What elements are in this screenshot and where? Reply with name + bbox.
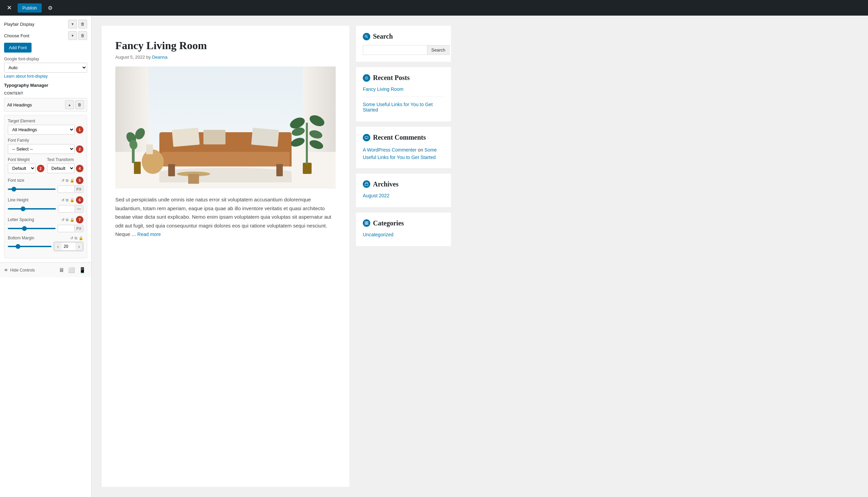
search-widget-icon — [363, 33, 370, 40]
archives-title: Archives — [363, 180, 444, 188]
playfair-display-row: Playfair Display ▾ 🗑 — [4, 20, 87, 28]
font-size-slider-row: PX — [8, 185, 83, 193]
font-weight-dropdown[interactable]: Default400700 — [8, 164, 35, 173]
all-headings-controls: ▴ 🗑 — [65, 100, 84, 109]
font-family-field: Font Family -- Select -- 2 — [8, 138, 83, 154]
hide-controls-button[interactable]: 👁 Hide Controls — [4, 268, 35, 273]
svg-rect-5 — [365, 136, 368, 138]
target-element-dropdown[interactable]: All HeadingsH1H2H3 — [8, 125, 75, 134]
post-author-link[interactable]: Deanna — [152, 55, 168, 60]
search-widget: Search Search — [356, 26, 451, 62]
all-headings-chevron-btn[interactable]: ▴ — [65, 100, 74, 109]
font-family-dropdown[interactable]: -- Select -- — [8, 144, 75, 154]
font-weight-select-row: Default400700 2 — [8, 164, 44, 173]
bottom-margin-input[interactable]: 20 — [62, 243, 75, 250]
letter-spacing-slider[interactable] — [8, 228, 56, 229]
comment-author-link[interactable]: A WordPress Commenter — [363, 147, 416, 153]
desktop-device-button[interactable]: 🖥 — [57, 266, 66, 274]
category-link-1[interactable]: Uncategorized — [363, 232, 444, 237]
svg-point-4 — [366, 78, 367, 79]
line-height-unit: — — [75, 205, 83, 212]
search-button[interactable]: Search — [427, 45, 450, 55]
tablet-device-button[interactable]: ⬜ — [67, 266, 76, 274]
text-transform-field: Text Transform DefaultNoneUppercaseLower… — [47, 157, 84, 173]
text-transform-label: Text Transform — [47, 157, 84, 162]
eye-icon: 👁 — [4, 268, 8, 273]
post-date: August 5, 2022 — [115, 55, 145, 60]
line-height-label: Line Height — [8, 198, 28, 202]
comment-on-text: on — [418, 147, 424, 153]
line-height-copy-icon[interactable]: ⧉ — [66, 198, 69, 202]
content-section-label: CONTENT — [4, 91, 87, 95]
badge-5: 5 — [76, 176, 83, 184]
font-size-reset-icon[interactable]: ↺ — [61, 178, 65, 183]
font-size-slider[interactable] — [8, 188, 56, 190]
svg-rect-9 — [365, 224, 367, 225]
playfair-controls: ▾ 🗑 — [68, 20, 87, 28]
line-height-input[interactable] — [58, 205, 75, 212]
bottom-margin-field: Bottom Margin ↺ ⧉ 🔒 ‹ 20 › — [8, 236, 83, 251]
left-sidebar: Playfair Display ▾ 🗑 Choose Font ▾ 🗑 Add… — [0, 16, 91, 497]
choose-font-chevron-btn[interactable]: ▾ — [68, 31, 77, 40]
text-transform-dropdown[interactable]: DefaultNoneUppercaseLowercase — [47, 164, 75, 173]
letter-spacing-input-wrap: PX — [58, 225, 83, 232]
mobile-device-button[interactable]: 📱 — [77, 266, 87, 274]
bottom-margin-reset-icon[interactable]: ↺ — [70, 236, 73, 240]
svg-rect-10 — [367, 224, 368, 225]
post-by: by — [146, 55, 151, 60]
svg-rect-6 — [365, 183, 368, 186]
badge-7: 7 — [76, 216, 83, 224]
post-featured-image — [115, 67, 336, 188]
bottom-margin-copy-icon[interactable]: ⧉ — [75, 236, 77, 240]
recent-comments-title: Recent Comments — [363, 133, 444, 141]
post-meta: August 5, 2022 by Deanna — [115, 55, 336, 60]
learn-font-link[interactable]: Learn about font-display — [4, 74, 87, 79]
playfair-label: Playfair Display — [4, 22, 34, 27]
bottom-margin-slider-row: ‹ 20 › PX — [8, 242, 83, 251]
badge-1: 1 — [76, 126, 83, 133]
recent-post-1-link[interactable]: Fancy Living Room — [363, 86, 444, 92]
choose-font-delete-btn[interactable]: 🗑 — [78, 31, 87, 40]
letter-spacing-lock-icon[interactable]: 🔒 — [70, 218, 75, 222]
line-height-reset-icon[interactable]: ↺ — [61, 198, 65, 202]
search-input[interactable] — [363, 45, 427, 55]
bottom-margin-slider[interactable] — [8, 246, 52, 247]
letter-spacing-input[interactable] — [58, 225, 74, 232]
bottom-margin-lock-icon[interactable]: 🔒 — [79, 236, 83, 240]
sidebar-bottom-bar: 👁 Hide Controls 🖥 ⬜ 📱 — [0, 262, 91, 277]
playfair-chevron-btn[interactable]: ▾ — [68, 20, 77, 28]
svg-rect-7 — [365, 222, 367, 223]
font-weight-label: Font Weight — [8, 157, 44, 162]
bottom-margin-decrement[interactable]: ‹ — [54, 242, 62, 251]
search-widget-title: Search — [363, 32, 444, 40]
font-size-label: Font size — [8, 178, 25, 183]
add-font-button[interactable]: Add Font — [4, 43, 31, 53]
top-bar: ✕ Publish ⚙ — [0, 0, 868, 16]
archive-link-1[interactable]: August 2022 — [363, 193, 444, 198]
all-headings-delete-btn[interactable]: 🗑 — [75, 100, 84, 109]
read-more-link[interactable]: Read more — [137, 231, 161, 237]
font-size-input[interactable] — [58, 186, 74, 193]
target-element-label: Target Element — [8, 119, 83, 124]
playfair-delete-btn[interactable]: 🗑 — [78, 20, 87, 28]
font-size-lock-icon[interactable]: 🔒 — [70, 178, 75, 183]
settings-button[interactable]: ⚙ — [45, 3, 55, 13]
line-height-input-wrap: — — [58, 205, 83, 213]
close-button[interactable]: ✕ — [4, 3, 14, 13]
right-sidebar: Search Search Recent Posts Fancy Living … — [356, 26, 451, 487]
font-weight-field: Font Weight Default400700 2 — [8, 157, 44, 173]
publish-button[interactable]: Publish — [18, 3, 42, 13]
bottom-margin-increment[interactable]: › — [75, 242, 83, 251]
recent-posts-widget: Recent Posts Fancy Living Room Some Usef… — [356, 67, 451, 122]
letter-spacing-reset-icon[interactable]: ↺ — [61, 218, 65, 222]
letter-spacing-copy-icon[interactable]: ⧉ — [66, 218, 69, 222]
recent-post-2-link[interactable]: Some Useful Links for You to Get Started — [363, 102, 444, 113]
device-buttons: 🖥 ⬜ 📱 — [57, 266, 87, 274]
bottom-margin-label: Bottom Margin — [8, 236, 34, 240]
line-height-lock-icon[interactable]: 🔒 — [70, 198, 75, 202]
font-size-copy-icon[interactable]: ⧉ — [66, 178, 69, 183]
text-transform-select-row: DefaultNoneUppercaseLowercase 4 — [47, 164, 84, 173]
archives-icon — [363, 180, 370, 188]
line-height-slider[interactable] — [8, 208, 56, 210]
google-font-dropdown[interactable]: Auto Swap Block Fallback Optional — [4, 63, 87, 73]
